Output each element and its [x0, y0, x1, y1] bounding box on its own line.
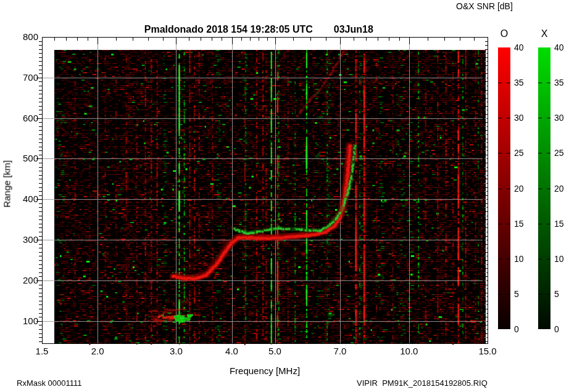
y-tick-label: 300: [14, 234, 38, 245]
y-tick-label: 500: [14, 153, 38, 164]
y-tick-label: 400: [14, 194, 38, 204]
x-tick-label: 1.5: [26, 346, 58, 356]
colorbar-x-tick-label: 25: [554, 148, 564, 158]
colorbar-x-tick-label: 5: [554, 289, 559, 299]
ionogram-plot-canvas: [0, 0, 569, 392]
colorbar-o-tick-label: 15: [514, 219, 524, 229]
y-tick-label: 100: [14, 316, 38, 326]
colorbar-o-tick-label: 35: [514, 78, 524, 88]
ionogram-page: Pmaldonado 2018 154 19:28:05 UTC03Jun18 …: [0, 0, 569, 392]
colorbar-o-tick-label: 25: [514, 148, 524, 158]
colorbar-o-tick-label: 40: [514, 43, 524, 52]
x-tick-label: 5.0: [259, 346, 291, 356]
x-axis-title: Frequency [MHz]: [42, 365, 488, 376]
y-tick-label: 700: [14, 72, 38, 83]
colorbar-o-tick-label: 0: [514, 324, 519, 334]
y-axis-title: Range [km]: [2, 147, 12, 221]
x-tick-label: 10.0: [393, 346, 425, 356]
colorbar-x-tick-label: 20: [554, 184, 564, 194]
y-tick-label: 800: [14, 31, 38, 42]
x-tick-label: 3.0: [160, 346, 192, 356]
x-tick-label: 4.0: [216, 346, 248, 356]
colorbar-o-label: O: [495, 28, 513, 39]
x-tick-label: 2.0: [81, 346, 114, 356]
colorbar-o-tick-label: 5: [514, 289, 519, 299]
file-name-text: VIPIR PM91K_2018154192805.RIQ: [357, 378, 488, 388]
colorbar-o-tick-label: 20: [514, 184, 524, 194]
colorbar-x-label: X: [535, 28, 554, 39]
x-tick-label: 7.0: [324, 346, 356, 356]
colorbar-x-tick-label: 30: [554, 113, 564, 123]
colorbar-o-tick-label: 10: [514, 254, 524, 264]
y-tick-label: 200: [14, 275, 38, 285]
colorbar-x-tick-label: 0: [554, 324, 559, 334]
rx-mask-text: RxMask 00001111: [17, 378, 82, 388]
colorbar-x-tick-label: 40: [554, 43, 564, 52]
plot-title-date: 03Jun18: [334, 24, 373, 35]
colorbar-title: O&X SNR [dB]: [456, 1, 513, 11]
colorbar-x-tick-label: 10: [554, 254, 564, 264]
colorbar-x-tick-label: 15: [554, 219, 564, 229]
x-tick-label: 15.0: [471, 346, 504, 356]
plot-title: Pmaldonado 2018 154 19:28:05 UTC03Jun18: [133, 13, 373, 46]
colorbar-x-tick-label: 35: [554, 78, 564, 88]
y-tick-label: 600: [14, 113, 38, 123]
colorbar-o-tick-label: 30: [514, 113, 524, 123]
plot-title-station: Pmaldonado 2018 154 19:28:05 UTC: [144, 24, 313, 35]
